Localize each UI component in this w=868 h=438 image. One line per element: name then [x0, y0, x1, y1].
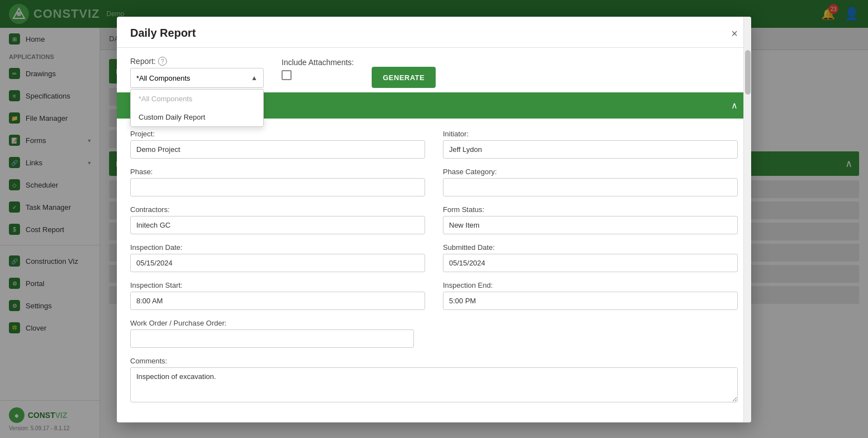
- form-status-input[interactable]: [443, 216, 738, 234]
- modal-header: Daily Report ×: [117, 17, 751, 48]
- inspection-start-field: Inspection Start:: [130, 281, 425, 310]
- daily-report-modal: Daily Report × Report: ? *All Components…: [117, 17, 751, 422]
- form-status-field: Form Status:: [443, 205, 738, 234]
- initiator-label: Initiator:: [443, 130, 738, 138]
- report-label: Report: ?: [130, 57, 264, 66]
- submitted-date-field: Submitted Date:: [443, 243, 738, 272]
- phase-field: Phase:: [130, 168, 425, 196]
- modal-close-button[interactable]: ×: [731, 28, 738, 39]
- inspection-end-input[interactable]: [443, 292, 738, 310]
- modal-scrollbar[interactable]: [743, 17, 751, 422]
- comments-textarea[interactable]: Inspection of excavation.: [130, 367, 738, 402]
- contractors-label: Contractors:: [130, 205, 425, 214]
- modal-scrollbar-thumb: [745, 50, 751, 95]
- comments-field: Comments: Inspection of excavation.: [130, 357, 738, 402]
- work-order-label: Work Order / Purchase Order:: [130, 319, 738, 327]
- phase-input[interactable]: [130, 178, 425, 196]
- dropdown-option-custom[interactable]: Custom Daily Report: [131, 108, 263, 126]
- initiator-field: Initiator:: [443, 130, 738, 159]
- report-dropdown-menu: *All Components Custom Daily Report: [130, 89, 264, 127]
- phase-category-input[interactable]: [443, 178, 738, 196]
- inspection-end-label: Inspection End:: [443, 281, 738, 289]
- modal-title: Daily Report: [130, 27, 196, 40]
- include-attachments-checkbox-row: [282, 70, 354, 80]
- report-selected-value: *All Components: [136, 74, 190, 82]
- include-attachments-label: Include Attachments:: [282, 58, 354, 67]
- help-icon[interactable]: ?: [158, 57, 167, 66]
- modal-body: Form ∧ Project: Initiator: Phase: Phase …: [117, 88, 751, 422]
- project-field: Project:: [130, 130, 425, 159]
- form-grid: Project: Initiator: Phase: Phase Categor…: [117, 119, 751, 414]
- generate-button[interactable]: GENERATE: [372, 67, 436, 88]
- report-label-text: Report:: [130, 57, 156, 66]
- inspection-start-input[interactable]: [130, 292, 425, 310]
- form-section-chevron-icon: ∧: [731, 100, 738, 111]
- project-label: Project:: [130, 130, 425, 138]
- contractors-field: Contractors:: [130, 205, 425, 234]
- inspection-start-label: Inspection Start:: [130, 281, 425, 289]
- work-order-field: Work Order / Purchase Order:: [130, 319, 738, 348]
- dropdown-option-all-components[interactable]: *All Components: [131, 90, 263, 108]
- contractors-input[interactable]: [130, 216, 425, 234]
- phase-category-label: Phase Category:: [443, 168, 738, 176]
- initiator-input[interactable]: [443, 140, 738, 159]
- project-input[interactable]: [130, 140, 425, 159]
- phase-label: Phase:: [130, 168, 425, 176]
- report-field: Report: ? *All Components ▲ *All Compone…: [130, 57, 264, 88]
- include-attachments-checkbox[interactable]: [282, 70, 292, 80]
- form-status-label: Form Status:: [443, 205, 738, 214]
- inspection-date-input[interactable]: [130, 254, 425, 272]
- dropdown-arrow-icon: ▲: [251, 74, 258, 82]
- inspection-end-field: Inspection End:: [443, 281, 738, 310]
- report-dropdown-wrapper: *All Components ▲ *All Components Custom…: [130, 68, 264, 88]
- submitted-date-label: Submitted Date:: [443, 243, 738, 252]
- work-order-input[interactable]: [130, 329, 414, 348]
- submitted-date-input[interactable]: [443, 254, 738, 272]
- comments-label: Comments:: [130, 357, 738, 365]
- report-controls: Report: ? *All Components ▲ *All Compone…: [117, 48, 751, 88]
- include-attachments-field: Include Attachments:: [282, 57, 354, 80]
- report-dropdown[interactable]: *All Components ▲: [130, 68, 264, 88]
- inspection-date-label: Inspection Date:: [130, 243, 425, 252]
- inspection-date-field: Inspection Date:: [130, 243, 425, 272]
- phase-category-field: Phase Category:: [443, 168, 738, 196]
